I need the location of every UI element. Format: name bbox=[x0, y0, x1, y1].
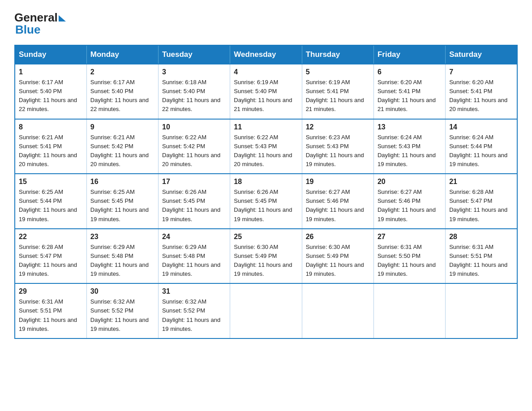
col-header-friday: Friday bbox=[373, 45, 445, 64]
day-number: 18 bbox=[234, 178, 298, 186]
day-number: 14 bbox=[449, 123, 513, 131]
day-number: 1 bbox=[19, 68, 83, 76]
day-info: Sunrise: 6:23 AMSunset: 5:43 PMDaylight:… bbox=[306, 133, 370, 169]
day-number: 5 bbox=[306, 68, 370, 76]
day-info: Sunrise: 6:25 AMSunset: 5:45 PMDaylight:… bbox=[90, 188, 154, 224]
day-info: Sunrise: 6:20 AMSunset: 5:41 PMDaylight:… bbox=[378, 78, 442, 114]
day-number: 29 bbox=[19, 287, 83, 295]
day-info: Sunrise: 6:18 AMSunset: 5:40 PMDaylight:… bbox=[162, 78, 226, 114]
calendar-cell: 18Sunrise: 6:26 AMSunset: 5:45 PMDayligh… bbox=[230, 174, 302, 229]
day-number: 11 bbox=[234, 123, 298, 131]
calendar-cell: 1Sunrise: 6:17 AMSunset: 5:40 PMDaylight… bbox=[15, 64, 86, 119]
day-number: 21 bbox=[449, 178, 513, 186]
page-header: General Blue bbox=[14, 11, 518, 37]
day-info: Sunrise: 6:29 AMSunset: 5:48 PMDaylight:… bbox=[90, 243, 154, 279]
col-header-monday: Monday bbox=[86, 45, 158, 64]
day-info: Sunrise: 6:17 AMSunset: 5:40 PMDaylight:… bbox=[19, 78, 83, 114]
calendar-cell: 14Sunrise: 6:24 AMSunset: 5:44 PMDayligh… bbox=[446, 119, 517, 174]
calendar-cell: 2Sunrise: 6:17 AMSunset: 5:40 PMDaylight… bbox=[86, 64, 158, 119]
day-info: Sunrise: 6:30 AMSunset: 5:49 PMDaylight:… bbox=[306, 243, 370, 279]
day-info: Sunrise: 6:17 AMSunset: 5:40 PMDaylight:… bbox=[90, 78, 154, 114]
day-number: 30 bbox=[90, 287, 154, 295]
col-header-wednesday: Wednesday bbox=[230, 45, 302, 64]
calendar-cell: 25Sunrise: 6:30 AMSunset: 5:49 PMDayligh… bbox=[230, 229, 302, 284]
calendar-cell: 28Sunrise: 6:31 AMSunset: 5:51 PMDayligh… bbox=[446, 229, 517, 284]
day-info: Sunrise: 6:31 AMSunset: 5:51 PMDaylight:… bbox=[449, 243, 513, 279]
calendar-cell: 9Sunrise: 6:21 AMSunset: 5:42 PMDaylight… bbox=[86, 119, 158, 174]
calendar-cell: 5Sunrise: 6:19 AMSunset: 5:41 PMDaylight… bbox=[302, 64, 373, 119]
day-info: Sunrise: 6:30 AMSunset: 5:49 PMDaylight:… bbox=[234, 243, 298, 279]
day-number: 23 bbox=[90, 233, 154, 241]
logo: General Blue bbox=[14, 11, 66, 37]
day-info: Sunrise: 6:21 AMSunset: 5:42 PMDaylight:… bbox=[90, 133, 154, 169]
day-number: 28 bbox=[449, 233, 513, 241]
day-info: Sunrise: 6:22 AMSunset: 5:43 PMDaylight:… bbox=[234, 133, 298, 169]
day-info: Sunrise: 6:31 AMSunset: 5:51 PMDaylight:… bbox=[19, 297, 83, 334]
calendar-week-row: 15Sunrise: 6:25 AMSunset: 5:44 PMDayligh… bbox=[15, 174, 517, 229]
day-number: 8 bbox=[19, 123, 83, 131]
calendar-cell bbox=[230, 283, 302, 338]
calendar-cell: 26Sunrise: 6:30 AMSunset: 5:49 PMDayligh… bbox=[302, 229, 373, 284]
day-number: 9 bbox=[90, 123, 154, 131]
calendar-header-row: SundayMondayTuesdayWednesdayThursdayFrid… bbox=[15, 45, 517, 64]
day-number: 6 bbox=[378, 68, 442, 76]
day-info: Sunrise: 6:24 AMSunset: 5:44 PMDaylight:… bbox=[449, 133, 513, 169]
day-info: Sunrise: 6:19 AMSunset: 5:41 PMDaylight:… bbox=[306, 78, 370, 114]
day-number: 3 bbox=[162, 68, 226, 76]
logo-arrow-icon bbox=[59, 15, 66, 21]
day-info: Sunrise: 6:26 AMSunset: 5:45 PMDaylight:… bbox=[162, 188, 226, 224]
calendar-cell bbox=[373, 283, 445, 338]
day-number: 2 bbox=[90, 68, 154, 76]
day-info: Sunrise: 6:28 AMSunset: 5:47 PMDaylight:… bbox=[449, 188, 513, 224]
day-number: 20 bbox=[378, 178, 442, 186]
calendar-cell: 11Sunrise: 6:22 AMSunset: 5:43 PMDayligh… bbox=[230, 119, 302, 174]
day-info: Sunrise: 6:19 AMSunset: 5:40 PMDaylight:… bbox=[234, 78, 298, 114]
col-header-sunday: Sunday bbox=[15, 45, 86, 64]
calendar-table: SundayMondayTuesdayWednesdayThursdayFrid… bbox=[14, 45, 518, 339]
day-info: Sunrise: 6:22 AMSunset: 5:42 PMDaylight:… bbox=[162, 133, 226, 169]
day-number: 7 bbox=[449, 68, 513, 76]
day-number: 10 bbox=[162, 123, 226, 131]
calendar-cell: 27Sunrise: 6:31 AMSunset: 5:50 PMDayligh… bbox=[373, 229, 445, 284]
day-number: 4 bbox=[234, 68, 298, 76]
day-info: Sunrise: 6:27 AMSunset: 5:46 PMDaylight:… bbox=[378, 188, 442, 224]
calendar-week-row: 22Sunrise: 6:28 AMSunset: 5:47 PMDayligh… bbox=[15, 229, 517, 284]
day-number: 24 bbox=[162, 233, 226, 241]
day-info: Sunrise: 6:27 AMSunset: 5:46 PMDaylight:… bbox=[306, 188, 370, 224]
calendar-cell: 3Sunrise: 6:18 AMSunset: 5:40 PMDaylight… bbox=[159, 64, 230, 119]
day-info: Sunrise: 6:29 AMSunset: 5:48 PMDaylight:… bbox=[162, 243, 226, 279]
calendar-cell: 20Sunrise: 6:27 AMSunset: 5:46 PMDayligh… bbox=[373, 174, 445, 229]
calendar-week-row: 1Sunrise: 6:17 AMSunset: 5:40 PMDaylight… bbox=[15, 64, 517, 119]
col-header-tuesday: Tuesday bbox=[159, 45, 230, 64]
day-number: 16 bbox=[90, 178, 154, 186]
day-info: Sunrise: 6:32 AMSunset: 5:52 PMDaylight:… bbox=[162, 297, 226, 334]
col-header-saturday: Saturday bbox=[446, 45, 517, 64]
calendar-cell: 24Sunrise: 6:29 AMSunset: 5:48 PMDayligh… bbox=[159, 229, 230, 284]
day-number: 12 bbox=[306, 123, 370, 131]
day-number: 17 bbox=[162, 178, 226, 186]
logo-text-blue: Blue bbox=[15, 23, 66, 37]
calendar-cell: 4Sunrise: 6:19 AMSunset: 5:40 PMDaylight… bbox=[230, 64, 302, 119]
calendar-cell: 7Sunrise: 6:20 AMSunset: 5:41 PMDaylight… bbox=[446, 64, 517, 119]
day-info: Sunrise: 6:25 AMSunset: 5:44 PMDaylight:… bbox=[19, 188, 83, 224]
calendar-cell: 17Sunrise: 6:26 AMSunset: 5:45 PMDayligh… bbox=[159, 174, 230, 229]
day-number: 15 bbox=[19, 178, 83, 186]
day-number: 25 bbox=[234, 233, 298, 241]
calendar-cell: 21Sunrise: 6:28 AMSunset: 5:47 PMDayligh… bbox=[446, 174, 517, 229]
col-header-thursday: Thursday bbox=[302, 45, 373, 64]
day-info: Sunrise: 6:24 AMSunset: 5:43 PMDaylight:… bbox=[378, 133, 442, 169]
day-info: Sunrise: 6:31 AMSunset: 5:50 PMDaylight:… bbox=[378, 243, 442, 279]
day-info: Sunrise: 6:28 AMSunset: 5:47 PMDaylight:… bbox=[19, 243, 83, 279]
day-number: 31 bbox=[162, 287, 226, 295]
day-number: 22 bbox=[19, 233, 83, 241]
calendar-cell: 6Sunrise: 6:20 AMSunset: 5:41 PMDaylight… bbox=[373, 64, 445, 119]
calendar-cell: 12Sunrise: 6:23 AMSunset: 5:43 PMDayligh… bbox=[302, 119, 373, 174]
calendar-cell bbox=[302, 283, 373, 338]
calendar-cell: 31Sunrise: 6:32 AMSunset: 5:52 PMDayligh… bbox=[159, 283, 230, 338]
calendar-cell bbox=[446, 283, 517, 338]
calendar-cell: 10Sunrise: 6:22 AMSunset: 5:42 PMDayligh… bbox=[159, 119, 230, 174]
calendar-cell: 8Sunrise: 6:21 AMSunset: 5:41 PMDaylight… bbox=[15, 119, 86, 174]
calendar-cell: 15Sunrise: 6:25 AMSunset: 5:44 PMDayligh… bbox=[15, 174, 86, 229]
day-info: Sunrise: 6:20 AMSunset: 5:41 PMDaylight:… bbox=[449, 78, 513, 114]
day-number: 13 bbox=[378, 123, 442, 131]
